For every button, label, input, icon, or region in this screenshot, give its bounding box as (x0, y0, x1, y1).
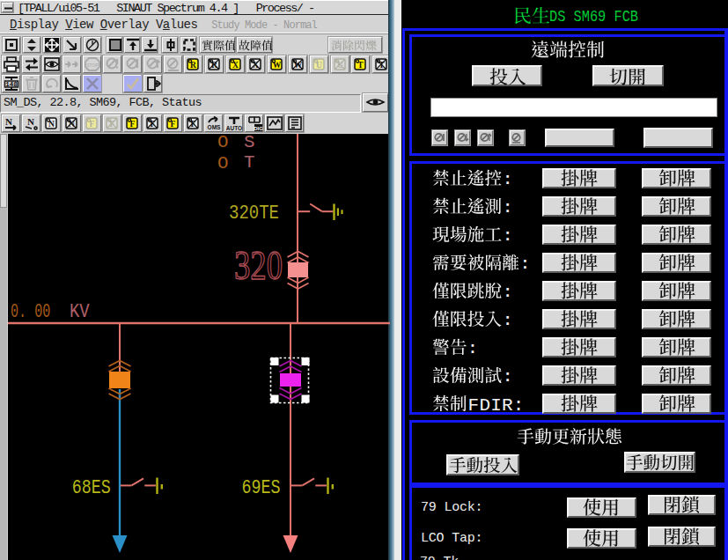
svg-text:S: S (244, 134, 255, 152)
svg-text:OMS: OMS (208, 124, 221, 130)
svg-text:O: O (217, 153, 229, 173)
svg-text:N: N (48, 120, 55, 129)
svg-text:O: O (217, 134, 229, 152)
svg-text:68ES: 68ES (72, 476, 111, 498)
svg-text:T: T (244, 152, 255, 173)
svg-text:0. 00: 0. 00 (11, 301, 50, 323)
svg-text:F: F (171, 120, 176, 129)
svg-text:U: U (316, 61, 322, 70)
svg-text:F: F (130, 120, 136, 129)
svg-text:X: X (232, 61, 239, 70)
svg-text:F: F (90, 120, 95, 129)
svg-text:N: N (5, 116, 12, 127)
svg-text:T: T (358, 61, 364, 70)
svg-text:R: R (190, 61, 196, 70)
svg-text:STOP: STOP (86, 63, 99, 68)
svg-text:KV: KV (70, 301, 90, 323)
svg-text:DIG: DIG (254, 126, 263, 131)
svg-text:69ES: 69ES (241, 476, 280, 498)
svg-text:AUTO: AUTO (226, 125, 242, 131)
svg-text:W: W (273, 61, 282, 70)
svg-text:320: 320 (234, 243, 283, 288)
svg-text:N: N (27, 116, 34, 127)
svg-text:320TE: 320TE (229, 203, 279, 225)
